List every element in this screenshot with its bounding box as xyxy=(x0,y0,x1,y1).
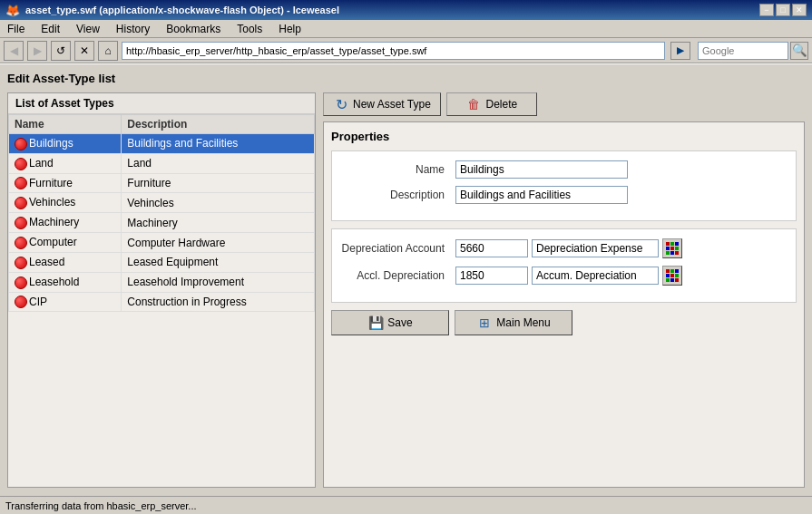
description-row: Description xyxy=(341,186,787,204)
bottom-toolbar: 💾 Save ⊞ Main Menu xyxy=(331,310,797,335)
asset-name-cell: Land xyxy=(9,153,122,173)
row-icon xyxy=(15,237,27,249)
accl-depreciation-name-input[interactable] xyxy=(532,267,659,285)
grid-icon-accl xyxy=(666,269,679,282)
action-toolbar: ↻ New Asset Type 🗑 Delete xyxy=(323,92,805,116)
save-icon: 💾 xyxy=(367,315,384,331)
row-icon xyxy=(15,197,27,209)
asset-description-cell: Computer Hardware xyxy=(122,233,315,253)
props-inner-name-desc: Name Description xyxy=(331,150,797,221)
table-row[interactable]: Vehincles Vehincles xyxy=(9,193,315,213)
asset-list-panel: List of Asset Types Name Description Bui… xyxy=(7,92,316,488)
name-row: Name xyxy=(341,160,787,179)
search-bar: 🔍 xyxy=(698,42,808,60)
menu-view[interactable]: View xyxy=(73,22,103,36)
new-label: New Asset Type xyxy=(353,98,431,111)
accl-depreciation-code-input[interactable] xyxy=(455,267,528,285)
app-icon: 🦊 xyxy=(5,4,20,17)
right-panel: ↻ New Asset Type 🗑 Delete Properties Nam… xyxy=(323,92,805,488)
menu-file[interactable]: File xyxy=(4,22,28,36)
main-menu-button[interactable]: ⊞ Main Menu xyxy=(455,310,572,335)
menu-bookmarks[interactable]: Bookmarks xyxy=(162,22,224,36)
close-button[interactable]: ✕ xyxy=(792,4,807,16)
window-controls: − □ ✕ xyxy=(759,4,807,16)
properties-panel: Properties Name Description Depreciation… xyxy=(323,121,805,488)
status-text: Transferring data from hbasic_erp_server… xyxy=(5,500,197,511)
asset-description-cell: Buildings and Facilities xyxy=(122,134,315,154)
depreciation-account-select-button[interactable] xyxy=(662,238,682,258)
menu-bar: File Edit View History Bookmarks Tools H… xyxy=(0,20,812,38)
table-row[interactable]: Furniture Furniture xyxy=(9,173,315,193)
asset-name-cell: Vehincles xyxy=(9,193,122,213)
maximize-button[interactable]: □ xyxy=(776,4,790,16)
new-asset-type-button[interactable]: ↻ New Asset Type xyxy=(323,92,441,116)
asset-name-cell: Machinery xyxy=(9,213,122,233)
menu-history[interactable]: History xyxy=(113,22,153,36)
asset-description-cell: Construction in Progress xyxy=(122,292,315,312)
table-row[interactable]: Land Land xyxy=(9,153,315,173)
accl-depreciation-select-button[interactable] xyxy=(662,266,682,286)
stop-button[interactable]: ✕ xyxy=(74,41,94,61)
asset-name-cell: Furniture xyxy=(9,173,122,193)
minimize-button[interactable]: − xyxy=(759,4,774,16)
row-icon xyxy=(15,257,27,269)
asset-name-cell: CIP xyxy=(9,292,122,312)
table-row[interactable]: Machinery Machinery xyxy=(9,213,315,233)
menu-tools[interactable]: Tools xyxy=(233,22,266,36)
nav-bar: ◀ ▶ ↺ ✕ ⌂ ▶ 🔍 xyxy=(0,38,812,63)
table-row[interactable]: Buildings Buildings and Facilities xyxy=(9,134,315,154)
delete-label: Delete xyxy=(485,98,517,111)
row-icon xyxy=(15,276,27,289)
table-row[interactable]: CIP Construction in Progress xyxy=(9,292,315,312)
new-icon: ↻ xyxy=(333,96,349,112)
depreciation-account-code-input[interactable] xyxy=(455,239,528,257)
status-bar: Transferring data from hbasic_erp_server… xyxy=(0,496,812,514)
reload-button[interactable]: ↺ xyxy=(51,41,71,61)
accl-depreciation-inputs xyxy=(455,266,682,286)
name-label: Name xyxy=(341,163,450,176)
list-scroll-area[interactable]: Name Description Buildings Buildings and… xyxy=(8,114,315,487)
description-input[interactable] xyxy=(455,186,628,204)
menu-help[interactable]: Help xyxy=(275,22,305,36)
col-header-name: Name xyxy=(9,115,122,134)
asset-description-cell: Land xyxy=(122,153,315,173)
description-label: Description xyxy=(341,189,450,201)
save-button[interactable]: 💾 Save xyxy=(331,310,449,335)
accl-depreciation-row: Accl. Depreciation xyxy=(341,266,787,286)
search-input[interactable] xyxy=(698,42,788,60)
asset-name-cell: Leased xyxy=(9,252,122,272)
asset-description-cell: Furniture xyxy=(122,173,315,193)
address-input[interactable] xyxy=(126,45,660,56)
asset-list-title: List of Asset Types xyxy=(8,93,315,114)
address-bar xyxy=(122,42,665,60)
depreciation-account-label: Depreciation Account xyxy=(341,242,450,255)
depreciation-account-inputs xyxy=(455,238,682,258)
asset-description-cell: Leased Equipment xyxy=(122,252,315,272)
depreciation-account-row: Depreciation Account xyxy=(341,238,787,258)
row-icon xyxy=(15,158,27,170)
name-input[interactable] xyxy=(455,160,628,179)
asset-table: Name Description Buildings Buildings and… xyxy=(8,114,315,312)
table-row[interactable]: Computer Computer Hardware xyxy=(9,233,315,253)
accl-depreciation-label: Accl. Depreciation xyxy=(341,269,450,282)
main-menu-icon: ⊞ xyxy=(476,315,493,331)
row-icon xyxy=(15,138,27,150)
asset-name-cell: Leasehold xyxy=(9,272,122,292)
page-title: Edit Asset-Type list xyxy=(7,72,805,85)
depreciation-account-name-input[interactable] xyxy=(532,239,659,257)
forward-button[interactable]: ▶ xyxy=(27,41,47,61)
props-inner-accounts: Depreciation Account xyxy=(331,228,797,303)
asset-description-cell: Vehincles xyxy=(122,193,315,213)
menu-edit[interactable]: Edit xyxy=(37,22,64,36)
delete-icon: 🗑 xyxy=(465,96,482,112)
delete-button[interactable]: 🗑 Delete xyxy=(446,92,537,116)
back-button[interactable]: ◀ xyxy=(4,41,24,61)
properties-title: Properties xyxy=(331,130,797,143)
table-row[interactable]: Leasehold Leasehold Improvement xyxy=(9,272,315,292)
row-icon xyxy=(15,217,27,229)
table-row[interactable]: Leased Leased Equipment xyxy=(9,252,315,272)
go-button[interactable]: ▶ xyxy=(670,42,690,60)
home-button[interactable]: ⌂ xyxy=(98,41,118,61)
window-title: asset_type.swf (application/x-shockwave-… xyxy=(25,5,754,15)
search-button[interactable]: 🔍 xyxy=(790,42,808,60)
